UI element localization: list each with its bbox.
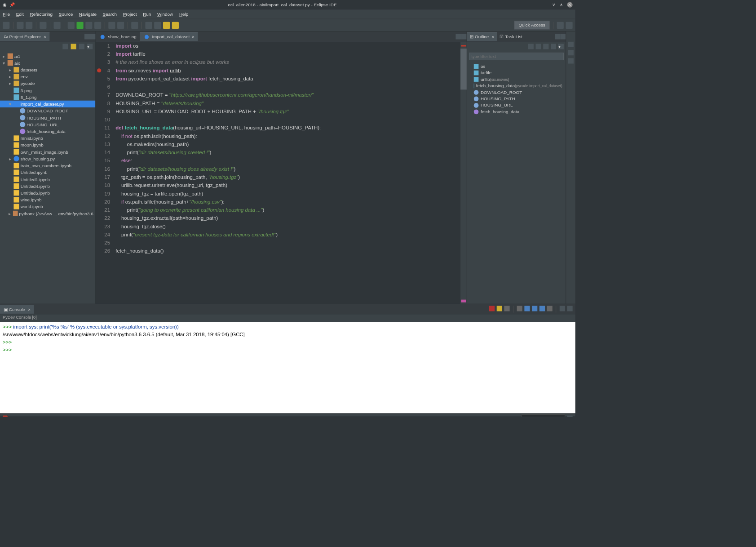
project-explorer-tab[interactable]: 🗂 Project Explorer ×	[0, 32, 49, 41]
maximize-icon[interactable]	[560, 34, 566, 39]
new-package-button[interactable]	[108, 22, 115, 28]
tree-row[interactable]: ▾aix	[0, 59, 95, 66]
tree-row[interactable]: wine.ipynb	[0, 196, 95, 203]
tree-row[interactable]: ▸show_housing.py	[0, 155, 95, 162]
tree-row[interactable]: Untitled1.ipynb	[0, 176, 95, 182]
run-button[interactable]	[76, 22, 83, 28]
collapse-all-icon[interactable]	[62, 44, 68, 49]
hide-nonpublic-icon[interactable]	[551, 44, 556, 49]
gc-button[interactable]	[567, 415, 572, 416]
menu-search[interactable]: Search	[103, 12, 117, 17]
menu-edit[interactable]: Edit	[16, 12, 24, 17]
scroll-lock-button[interactable]	[524, 306, 530, 311]
display-selected-button[interactable]	[539, 306, 545, 311]
focus-icon[interactable]	[79, 44, 84, 49]
menu-help[interactable]: Help	[179, 12, 188, 17]
pin-console-button[interactable]	[532, 306, 537, 311]
code-editor[interactable]: 1234567891011121314151617181920212223242…	[96, 42, 467, 304]
outline-item[interactable]: tarfile	[467, 69, 566, 76]
minimize-icon[interactable]	[555, 34, 560, 39]
outline-item[interactable]: os	[467, 63, 566, 69]
tree-row[interactable]: Untitled4.ipynb	[0, 182, 95, 189]
link-editor-icon[interactable]	[71, 44, 76, 49]
remove-all-button[interactable]	[504, 306, 509, 311]
outline-tree[interactable]: ostarfileurllib (six.moves)fetch_housing…	[467, 62, 566, 116]
console-tab[interactable]: ▣ Console ×	[0, 305, 34, 314]
outline-item[interactable]: urllib (six.moves)	[467, 76, 566, 82]
outline-item[interactable]: fetch_housing_data (pycode.import_cal_da…	[467, 82, 566, 89]
tree-row[interactable]: ▸pycode	[0, 80, 95, 87]
toggle-button[interactable]	[53, 22, 60, 28]
code-content[interactable]: import osimport tarfile# the next line s…	[113, 42, 460, 304]
tree-row[interactable]: ▸datasets	[0, 67, 95, 73]
hide-static-icon[interactable]	[543, 44, 548, 49]
new-button[interactable]	[3, 22, 9, 28]
menu-refactoring[interactable]: Refactoring	[30, 12, 53, 17]
strip-icon[interactable]	[568, 50, 573, 55]
tree-row[interactable]: ▸ai1	[0, 53, 95, 59]
editor-scrollbar[interactable]	[460, 42, 467, 304]
open-console-button[interactable]	[547, 306, 553, 311]
pin-icon[interactable]: 📌	[9, 2, 15, 7]
tree-row[interactable]: Untitled.ipynb	[0, 169, 95, 176]
perspective-java-button[interactable]	[566, 22, 572, 28]
outline-item[interactable]: fetch_housing_data	[467, 108, 566, 115]
new-class-button[interactable]	[117, 22, 124, 28]
close-icon[interactable]: ✕	[567, 2, 572, 8]
minimize-icon[interactable]	[455, 34, 461, 39]
editor-tab[interactable]: show_housing	[96, 32, 140, 41]
outline-item[interactable]: HOUSING_PATH	[467, 95, 566, 102]
coverage-button[interactable]	[85, 22, 92, 28]
strip-icon[interactable]	[568, 42, 573, 47]
tree-row[interactable]: own_mnist_image.ipynb	[0, 148, 95, 155]
menu-window[interactable]: Window	[157, 12, 173, 17]
scroll-thumb[interactable]	[460, 49, 467, 89]
tree-row[interactable]: 8_1.png	[0, 94, 95, 101]
tree-row[interactable]: HOUSING_URL	[0, 121, 95, 128]
quick-access-button[interactable]: Quick Access	[514, 21, 550, 29]
tree-row[interactable]: fetch_housing_data	[0, 128, 95, 135]
prev-edit-button[interactable]	[145, 22, 152, 28]
tree-row[interactable]: DOWNLOAD_ROOT	[0, 107, 95, 114]
next-edit-button[interactable]	[154, 22, 161, 28]
menu-file[interactable]: File	[3, 12, 10, 17]
tree-row[interactable]: moon.ipynb	[0, 142, 95, 148]
minimize-icon[interactable]	[84, 34, 90, 39]
terminate-button[interactable]	[489, 306, 495, 311]
console-output[interactable]: >>> import sys; print('%s %s' % (sys.exe…	[0, 322, 575, 413]
tree-row[interactable]: train_own_numbers.ipynb	[0, 162, 95, 169]
sort-icon[interactable]	[528, 44, 534, 49]
hide-fields-icon[interactable]	[535, 44, 541, 49]
error-marker[interactable]	[461, 45, 466, 46]
tree-row[interactable]: ▸env	[0, 73, 95, 80]
forward-button[interactable]	[172, 22, 179, 28]
remove-launch-button[interactable]	[497, 306, 502, 311]
task-list-tab[interactable]: ☑ Task List	[497, 32, 525, 41]
clear-console-button[interactable]	[517, 306, 522, 311]
codemix-status[interactable]: CodeMix	[3, 416, 27, 417]
minimize-icon[interactable]: ∨	[552, 2, 557, 8]
debug-button[interactable]	[68, 22, 75, 28]
outline-item[interactable]: DOWNLOAD_ROOT	[467, 89, 566, 95]
editor-tab[interactable]: import_cal_dataset×	[140, 32, 198, 41]
close-icon[interactable]: ×	[491, 34, 494, 39]
outline-item[interactable]: HOUSING_URL	[467, 102, 566, 108]
tree-row[interactable]: 3.png	[0, 87, 95, 93]
tree-row[interactable]: HOUSING_PATH	[0, 114, 95, 121]
strip-icon[interactable]	[568, 58, 573, 63]
maximize-icon[interactable]	[90, 34, 95, 39]
close-icon[interactable]: ×	[192, 34, 195, 39]
save-button[interactable]	[17, 22, 23, 28]
view-menu-icon[interactable]: ▾	[87, 44, 93, 49]
tree-row[interactable]: mnist.ipynb	[0, 135, 95, 142]
outline-tab[interactable]: ⊞ Outline ×	[467, 32, 497, 41]
menu-project[interactable]: Project	[123, 12, 137, 17]
tree-row[interactable]: Untitled5.ipynb	[0, 190, 95, 196]
menu-run[interactable]: Run	[143, 12, 151, 17]
perspective-pydev-button[interactable]	[557, 22, 564, 28]
heap-status[interactable]: 987M of 2048M	[521, 414, 565, 416]
save-all-button[interactable]	[26, 22, 32, 28]
maximize-icon[interactable]: ∧	[560, 2, 565, 8]
maximize-icon[interactable]	[461, 34, 467, 39]
external-tools-button[interactable]	[94, 22, 101, 28]
